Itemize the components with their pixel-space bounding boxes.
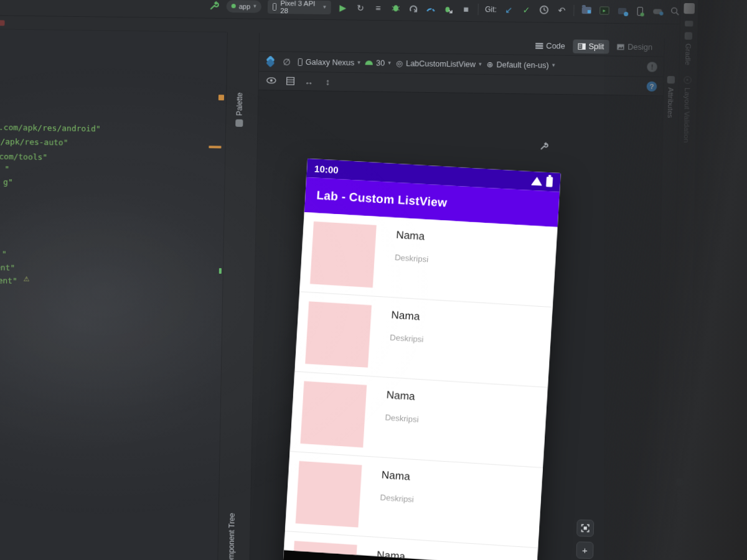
profile-low-overhead-button[interactable]	[443, 2, 454, 15]
design-surface-icon[interactable]	[265, 57, 275, 67]
device-explorer-icon	[676, 478, 684, 486]
photo-scene: app ▾ Pixel 3 API 28 ▾ ▶ ↻ ≡ ■	[0, 0, 747, 560]
profiler-button[interactable]	[425, 2, 437, 14]
design-surface[interactable]: 10:00 Lab - Custom ListView Nama	[250, 90, 663, 560]
api-level-selector[interactable]: 30 ▾	[365, 58, 391, 68]
undo-button[interactable]: ↶	[556, 4, 568, 16]
notifications-icon[interactable]	[684, 3, 695, 14]
code-line: ent"	[0, 276, 17, 286]
run-config-label: app	[239, 2, 251, 10]
chevron-down-icon: ▾	[323, 4, 326, 10]
list-appearance-icon[interactable]	[284, 75, 297, 87]
zoom-to-fit-button[interactable]	[576, 520, 594, 537]
apply-changes-button[interactable]: ↻	[355, 1, 366, 14]
project-folder-icon[interactable]	[581, 4, 593, 16]
layout-validation-tool-button[interactable]: Layout Validation	[683, 76, 692, 142]
item-image-placeholder	[300, 381, 367, 448]
attach-debugger-button[interactable]	[408, 2, 420, 14]
component-tree-label: Component Tree	[227, 513, 237, 560]
lint-warning-icon: ⚠	[24, 275, 30, 283]
issues-badge[interactable]: !	[647, 62, 657, 72]
component-tree-tool-button[interactable]: Component Tree	[227, 513, 237, 560]
no-preview-icon[interactable]: ∅	[280, 55, 293, 68]
list-item[interactable]: Nama Deskripsi	[299, 212, 558, 307]
device-explorer-label: Device File Explorer	[675, 490, 684, 555]
tab-code[interactable]: Code	[530, 39, 571, 53]
item-image-placeholder	[310, 222, 377, 287]
tab-split[interactable]: Split	[573, 39, 609, 54]
help-button[interactable]: ?	[647, 81, 657, 91]
listview[interactable]: Nama Deskripsi Nama Deskripsi Nama Deskr…	[284, 212, 558, 560]
apply-code-changes-button[interactable]: ≡	[372, 1, 383, 14]
item-description: Deskripsi	[380, 493, 414, 505]
gradle-tool-button[interactable]: Gradle	[684, 32, 692, 65]
git-label: Git:	[485, 5, 497, 14]
tab-design[interactable]: Design	[612, 40, 658, 54]
git-update-button[interactable]: ↙	[503, 3, 515, 16]
locale-selector[interactable]: ⊕ Default (en-us) ▾	[487, 60, 555, 70]
code-editor[interactable]: oid.com/apk/res/android" com/apk/res-aut…	[0, 29, 227, 560]
device-selector[interactable]: Pixel 3 API 28 ▾	[268, 0, 331, 14]
design-tab-icon	[617, 44, 624, 50]
chevron-down-icon: ▾	[253, 4, 256, 9]
phone-icon	[298, 58, 303, 65]
device-explorer-tool-button[interactable]: Device File Explorer	[675, 478, 684, 555]
code-line: "	[0, 164, 9, 174]
code-line: ent"	[0, 263, 15, 273]
history-clock-icon[interactable]	[538, 4, 550, 16]
scrollbar-warning-mark[interactable]	[218, 95, 224, 100]
phone-preview[interactable]: 10:00 Lab - Custom ListView Nama	[281, 159, 561, 560]
caret-mark	[219, 268, 222, 274]
view-options-eye-icon[interactable]	[265, 75, 278, 87]
wrench-green-icon[interactable]	[209, 0, 220, 12]
orientation-vertical-icon[interactable]: ↕	[321, 75, 334, 88]
globe-icon: ⊕	[487, 60, 494, 69]
status-time: 10:00	[314, 163, 339, 175]
status-icons	[531, 176, 553, 187]
cloud-sync-icon[interactable]	[652, 5, 664, 17]
item-image-placeholder	[305, 301, 372, 368]
code-tab-icon	[535, 42, 543, 49]
tool-icon[interactable]	[685, 21, 693, 26]
attributes-tool-button[interactable]: Attributes	[667, 76, 675, 118]
item-name: Nama	[381, 469, 410, 483]
list-item[interactable]: Nama Deskripsi	[294, 292, 553, 388]
zoom-in-button[interactable]: +	[576, 541, 594, 559]
stop-button[interactable]: ■	[460, 2, 472, 15]
code-line: "	[0, 249, 7, 259]
sdk-manager-icon[interactable]	[616, 4, 628, 17]
palette-tool-button[interactable]: Palette	[235, 93, 244, 128]
editor-tab-fragment[interactable]	[0, 20, 5, 26]
debug-button[interactable]	[390, 2, 401, 14]
code-line: oid.com/apk/res/android"	[0, 123, 98, 134]
preview-device-selector[interactable]: Galaxy Nexus ▾	[298, 57, 360, 67]
run-button[interactable]: ▶	[337, 1, 349, 14]
render-wrench-icon[interactable]	[540, 142, 548, 152]
item-description: Deskripsi	[385, 413, 419, 424]
split-tab-icon	[578, 43, 585, 49]
theme-selector[interactable]: ◎ LabCustomListView ▾	[396, 58, 482, 69]
scrollbar-warning-mark[interactable]	[209, 146, 221, 148]
chevron-down-icon: ▾	[357, 60, 360, 65]
attributes-icon	[667, 76, 675, 83]
device-manager-icon[interactable]	[634, 4, 646, 17]
item-description: Deskripsi	[390, 333, 424, 344]
zoom-controls: + −	[576, 520, 594, 560]
palette-icon	[235, 119, 243, 127]
item-image-placeholder	[296, 461, 362, 528]
api-level-label: 30	[376, 58, 385, 67]
orientation-horizontal-icon[interactable]: ↔	[303, 75, 316, 88]
git-commit-button[interactable]: ✓	[520, 3, 532, 16]
tab-split-label: Split	[589, 42, 604, 50]
run-config-selector[interactable]: app ▾	[226, 0, 261, 12]
theme-label: LabCustomListView	[406, 59, 476, 69]
running-dot-icon	[232, 4, 236, 8]
app-title: Lab - Custom ListView	[316, 189, 448, 210]
code-line: com/apk/res-auto"	[0, 137, 68, 147]
theme-icon: ◎	[396, 58, 403, 68]
item-name: Nama	[386, 389, 415, 403]
attributes-label: Attributes	[667, 87, 675, 118]
code-line: g"	[0, 177, 13, 187]
terminal-icon[interactable]: ▸	[598, 4, 610, 17]
preview-device-label: Galaxy Nexus	[306, 57, 355, 67]
